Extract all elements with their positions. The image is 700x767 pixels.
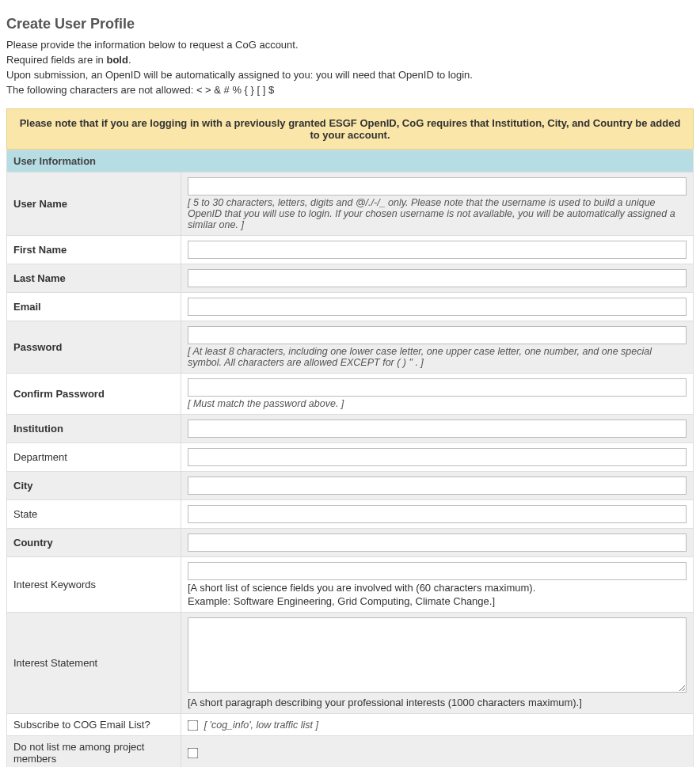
institution-input[interactable] (188, 420, 687, 438)
subscribe-label: Subscribe to COG Email List? (7, 713, 181, 735)
first-name-input[interactable] (188, 241, 687, 259)
state-input[interactable] (188, 505, 687, 523)
email-label: Email (7, 292, 181, 321)
email-input[interactable] (188, 298, 687, 316)
intro-line-4: The following characters are not allowed… (6, 84, 694, 97)
city-input[interactable] (188, 477, 687, 495)
interest-statement-label: Interest Statement (7, 612, 181, 713)
interest-keywords-hint-1: [A short list of science fields you are … (188, 582, 687, 594)
intro-line-2-suffix: . (128, 54, 131, 66)
country-input[interactable] (188, 533, 687, 552)
intro-line-2: Required fields are in bold. (6, 54, 694, 67)
country-label: Country (7, 528, 181, 556)
confirm-password-hint: [ Must match the password above. ] (188, 398, 687, 409)
subscribe-checkbox[interactable] (188, 720, 199, 731)
institution-label: Institution (7, 414, 181, 442)
interest-keywords-input[interactable] (188, 562, 687, 580)
password-label: Password (7, 321, 181, 373)
subscribe-hint: [ 'cog_info', low traffic list ] (204, 720, 318, 731)
username-hint: [ 5 to 30 characters, letters, digits an… (188, 197, 687, 230)
intro-block: Please provide the information below to … (6, 39, 694, 97)
username-input[interactable] (188, 177, 687, 196)
intro-line-2-bold: bold (106, 54, 127, 66)
section-user-information: User Information (7, 150, 694, 172)
openid-notice: Please note that if you are logging in w… (6, 108, 694, 150)
interest-keywords-hint-2: Example: Software Engineering, Grid Comp… (188, 595, 687, 607)
do-not-list-checkbox[interactable] (188, 748, 199, 759)
last-name-input[interactable] (188, 269, 687, 287)
user-profile-form: User Information User Name [ 5 to 30 cha… (6, 150, 694, 767)
username-label: User Name (7, 172, 181, 235)
department-input[interactable] (188, 448, 687, 466)
state-label: State (7, 499, 181, 528)
confirm-password-label: Confirm Password (7, 373, 181, 414)
first-name-label: First Name (7, 235, 181, 264)
intro-line-1: Please provide the information below to … (6, 39, 694, 52)
page-title: Create User Profile (6, 16, 694, 32)
confirm-password-input[interactable] (188, 378, 687, 397)
interest-keywords-label: Interest Keywords (7, 556, 181, 612)
interest-statement-input[interactable] (188, 617, 687, 693)
do-not-list-label: Do not list me among project members (7, 735, 181, 767)
department-label: Department (7, 442, 181, 471)
last-name-label: Last Name (7, 264, 181, 292)
city-label: City (7, 471, 181, 499)
interest-statement-hint: [A short paragraph describing your profe… (188, 697, 687, 708)
intro-line-2-prefix: Required fields are in (6, 54, 106, 66)
intro-line-3: Upon submission, an OpenID will be autom… (6, 69, 694, 82)
password-hint: [ At least 8 characters, including one l… (188, 346, 687, 368)
password-input[interactable] (188, 326, 687, 344)
